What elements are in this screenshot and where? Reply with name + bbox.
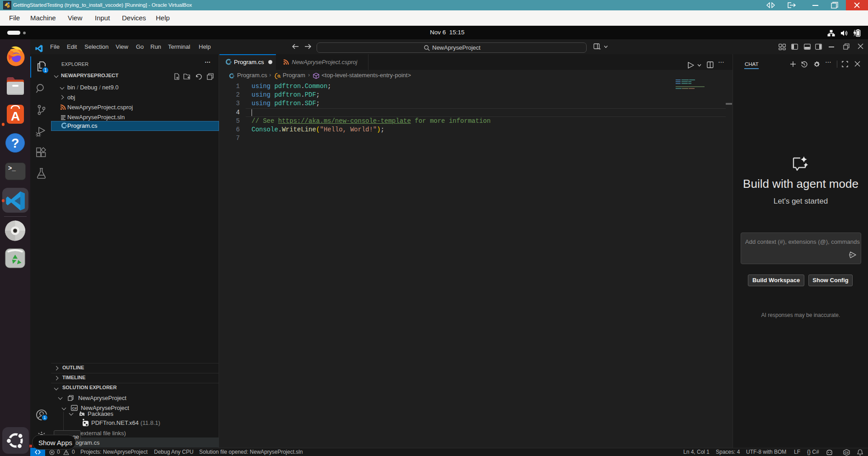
svg-text:>_: >_ bbox=[8, 165, 16, 172]
svg-text:A: A bbox=[11, 109, 20, 123]
svg-text:C#: C# bbox=[845, 451, 849, 454]
svg-text:C#: C# bbox=[72, 406, 77, 410]
svg-text:?: ? bbox=[11, 136, 19, 150]
